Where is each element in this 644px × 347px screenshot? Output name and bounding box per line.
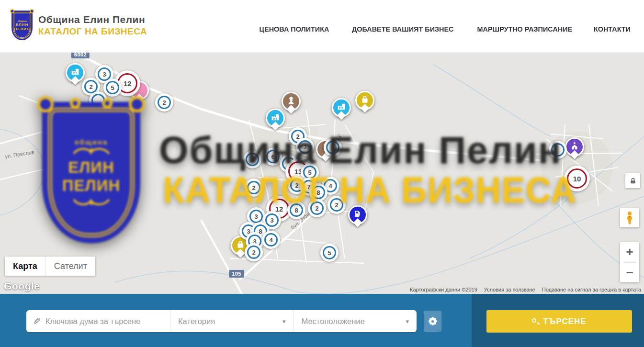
cluster-count: 5	[323, 246, 336, 259]
nav-item-pricing[interactable]: ЦЕНОВА ПОЛИТИКА	[260, 25, 329, 34]
keyword-input[interactable]	[45, 317, 163, 326]
search-button-label: ТЪРСЕНЕ	[543, 317, 586, 326]
search-bar: ✎ Категория ▾ Местоположение ▾ ТЪРСЕНЕ	[0, 294, 644, 347]
cluster-count: 3	[249, 210, 263, 223]
cluster-count: 5	[106, 81, 119, 94]
factory-pin[interactable]	[332, 98, 351, 117]
nav-item-routes[interactable]: МАРШРУТНО РАЗПИСАНИЕ	[477, 25, 573, 34]
logo-caption: община	[75, 138, 108, 146]
header: община ЕЛИН ПЕЛИН Община Елин Пелин КАТА…	[0, 0, 644, 53]
attribution-text: Картографски данни ©2019	[410, 287, 477, 292]
nav-item-add-business[interactable]: ДОБАВЕТЕ ВАШИЯТ БИЗНЕС	[352, 25, 453, 34]
logo-ornament	[37, 96, 54, 112]
factory-icon	[336, 101, 347, 114]
category-select-label: Категория	[178, 317, 215, 326]
brand[interactable]: община ЕЛИН ПЕЛИН Община Елин Пелин КАТА…	[11, 11, 147, 40]
nav-item-contacts[interactable]: КОНТАКТИ	[594, 25, 631, 34]
attribution-link[interactable]: Подаване на сигнал за грешка в картата	[542, 287, 641, 292]
gear-icon	[429, 317, 437, 325]
pencil-icon: ✎	[33, 316, 41, 326]
church-pin[interactable]	[565, 137, 584, 157]
zoom-in-button[interactable]: +	[620, 242, 639, 262]
road-badge: 6002	[71, 53, 90, 58]
advanced-settings-button[interactable]	[424, 311, 441, 332]
logo-flourish	[70, 195, 113, 207]
zoom-control: + −	[620, 242, 639, 282]
shopping-bag-pin[interactable]	[355, 91, 374, 110]
logo-name-1: ЕЛИН	[68, 158, 114, 177]
worker-pin[interactable]	[282, 92, 301, 111]
site-title: Община Елин Пелин	[38, 14, 147, 25]
watermark-title: Община Елин Пелин	[159, 128, 562, 172]
logo-name-1: ЕЛИН	[16, 22, 28, 27]
cluster-marker[interactable]: 5	[320, 244, 339, 262]
search-group: ✎ Категория ▾ Местоположение ▾	[26, 310, 417, 332]
pegman-button[interactable]	[620, 208, 639, 227]
cluster-marker[interactable]: 5	[103, 78, 122, 97]
cluster-marker[interactable]: 4	[262, 231, 280, 249]
watermark-logo: община ЕЛИН ПЕЛИН	[42, 102, 140, 243]
factory-pin[interactable]	[66, 63, 85, 82]
logo-name-2: ПЕЛИН	[14, 27, 30, 31]
site-subtitle: КАТАЛОГ НА БИЗНЕСА	[38, 26, 147, 37]
map-canvas[interactable]: 6002105 ул. Преславбул. „Новоселци“ 3212…	[0, 53, 644, 294]
watermark-subtitle: КАТАЛОГ НА БИЗНЕСА	[163, 169, 576, 211]
factory-pin[interactable]	[266, 109, 285, 128]
map-type-control: Карта Сателит	[5, 257, 95, 276]
zoom-out-button[interactable]: −	[620, 263, 639, 283]
location-select-label: Местоположение	[302, 317, 365, 326]
shopping-bag-icon	[360, 94, 370, 107]
logo-ornament	[70, 98, 80, 109]
road-badge: 105	[229, 270, 244, 278]
map-type-map-button[interactable]: Карта	[5, 257, 45, 276]
logo-ornament	[10, 9, 14, 13]
cluster-marker[interactable]: 2	[155, 93, 173, 112]
map-attribution: Картографски данни ©2019Условия за ползв…	[410, 287, 641, 292]
logo-flourish	[70, 146, 113, 158]
map-type-satellite-button[interactable]: Сателит	[45, 257, 95, 276]
attribution-link[interactable]: Условия за ползване	[484, 287, 535, 292]
factory-icon	[70, 67, 80, 79]
shopping-bag-icon	[235, 239, 246, 252]
logo-ornament	[129, 96, 145, 112]
logo-ornament	[102, 98, 113, 109]
pegman-icon	[623, 211, 636, 225]
lock-button[interactable]	[625, 173, 640, 188]
search-button[interactable]: ТЪРСЕНЕ	[486, 310, 632, 333]
keyword-segment: ✎	[26, 310, 170, 332]
cluster-count: 4	[264, 233, 278, 246]
search-icon	[532, 318, 538, 325]
factory-icon	[270, 112, 281, 124]
church-icon	[569, 141, 580, 153]
cluster-count: 2	[158, 96, 171, 109]
logo-ornament	[30, 9, 34, 13]
google-logo[interactable]: Google	[4, 280, 40, 292]
location-select[interactable]: Местоположение ▾	[294, 310, 417, 332]
lock-icon	[629, 177, 637, 185]
cluster-marker[interactable]: 2	[245, 243, 263, 261]
logo-name-2: ПЕЛИН	[62, 177, 120, 195]
category-select[interactable]: Категория ▾	[170, 310, 294, 332]
cluster-count: 2	[247, 246, 260, 259]
main-nav: ЦЕНОВА ПОЛИТИКАДОБАВЕТЕ ВАШИЯТ БИЗНЕСМАР…	[257, 25, 632, 34]
worker-icon	[285, 95, 297, 108]
chevron-down-icon: ▾	[406, 318, 409, 325]
municipality-logo: община ЕЛИН ПЕЛИН	[11, 11, 33, 40]
chevron-down-icon: ▾	[282, 318, 286, 325]
